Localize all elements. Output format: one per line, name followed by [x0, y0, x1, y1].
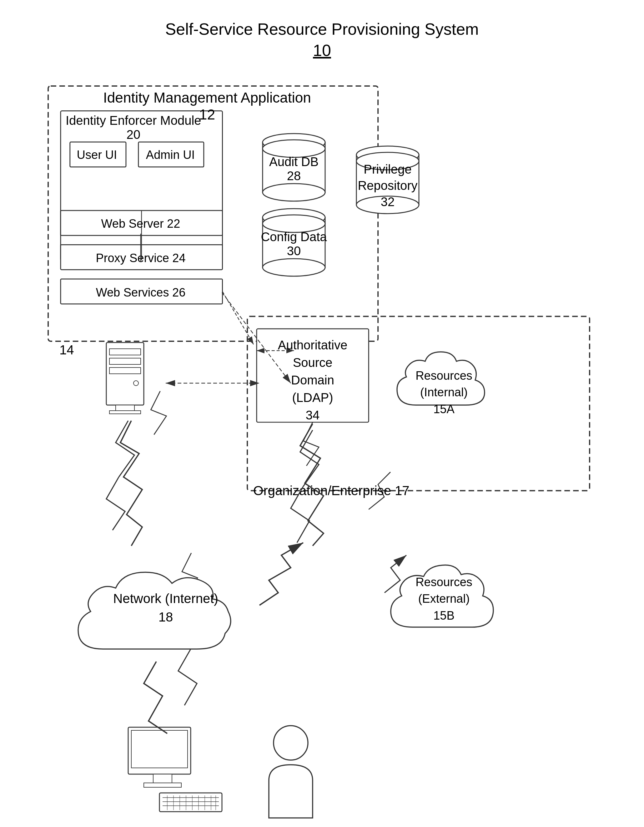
resources-internal: Resources(Internal) 15A	[391, 336, 497, 425]
title-line1: Self-Service Resource Provisioning Syste…	[165, 20, 479, 38]
iem-label-text: Identity Enforcer Module	[66, 114, 201, 127]
iem-label: Identity Enforcer Module 20	[66, 114, 201, 142]
web-server-label: Web Server 22	[101, 217, 180, 231]
network-label: Network (Internet) 18	[97, 590, 235, 627]
config-data: Config Data 30	[260, 205, 328, 281]
proxy-service-label: Proxy Service 24	[96, 251, 185, 265]
admin-ui-label: Admin UI	[146, 148, 195, 162]
main-title: Self-Service Resource Provisioning Syste…	[165, 19, 479, 61]
user-ui-label: User UI	[77, 148, 117, 162]
server-14-label: 14	[59, 342, 74, 357]
diagram-area: Identity Management Application 12 Ident…	[40, 80, 604, 827]
page: Self-Service Resource Provisioning Syste…	[0, 0, 644, 827]
network-cloud: Network (Internet) 18	[72, 543, 260, 663]
privilege-repo-label: PrivilegeRepository 32	[353, 161, 422, 210]
user-icon: User	[253, 724, 328, 827]
svg-rect-42	[159, 793, 222, 812]
client-icon: Client 16	[116, 721, 228, 827]
svg-line-10	[222, 292, 254, 344]
ima-number: 12	[199, 106, 215, 123]
svg-rect-41	[144, 783, 181, 787]
title-line2: 10	[313, 41, 331, 59]
svg-point-55	[274, 726, 308, 760]
auth-source-label: AuthoritativeSourceDomain(LDAP) 34	[260, 336, 366, 424]
org-enterprise-label: Organization/Enterprise 17	[253, 483, 409, 498]
ima-label-text: Identity Management Application	[103, 89, 311, 106]
audit-db: Audit DB 28	[260, 130, 328, 206]
svg-point-17	[263, 184, 325, 201]
svg-rect-40	[153, 774, 172, 783]
server-icon	[84, 336, 166, 419]
user-ui-box: User UI	[72, 145, 122, 165]
svg-rect-32	[109, 411, 141, 414]
svg-point-21	[263, 259, 325, 276]
svg-rect-39	[131, 730, 188, 768]
resources-external-label: Resources(External) 15B	[397, 574, 491, 624]
proxy-service-box: Proxy Service 24	[62, 248, 219, 268]
web-services-label: Web Services 26	[96, 286, 186, 300]
resources-internal-label: Resources(Internal) 15A	[403, 368, 485, 418]
web-services-box: Web Services 26	[62, 282, 219, 303]
web-server-box: Web Server 22	[62, 214, 219, 234]
privilege-repo: PrivilegeRepository 32	[353, 142, 422, 218]
server-14-text: 14	[59, 342, 74, 357]
audit-db-label: Audit DB 28	[260, 155, 328, 183]
admin-ui-box: Admin UI	[141, 145, 200, 165]
iem-number: 20	[127, 128, 141, 141]
org-enterprise-text: Organization/Enterprise 17	[253, 483, 409, 498]
resources-external: Resources(External) 15B	[384, 549, 503, 644]
config-data-label: Config Data 30	[260, 230, 328, 258]
